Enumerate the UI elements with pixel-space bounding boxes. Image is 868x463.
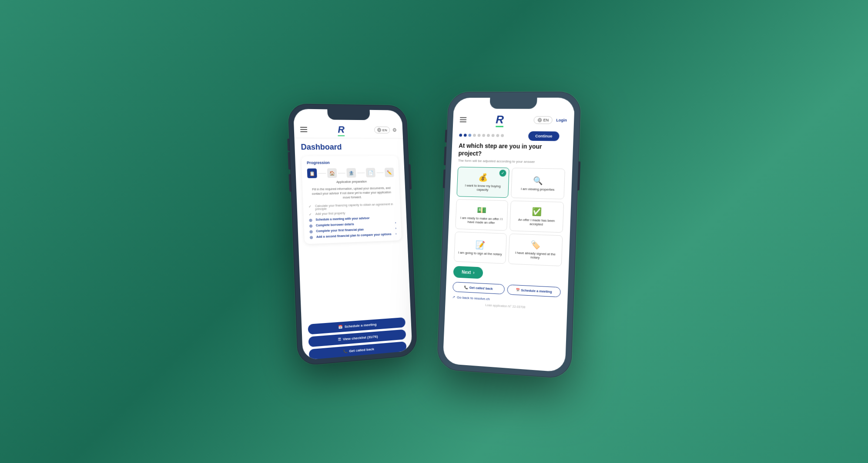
mute-button [287, 138, 289, 150]
checklist-text-6: Add a second financial plan to compare y… [316, 233, 391, 238]
step-line-1 [318, 173, 326, 173]
option-make-offer[interactable]: 💵 I am ready to make an offer / I have m… [455, 199, 508, 231]
buying-capacity-label: I want to know my buying capacity [460, 183, 505, 193]
checklist-items: ✓ Calculate your financing capacity to o… [308, 203, 396, 240]
settings-icon-left[interactable]: ⚙ [392, 127, 397, 133]
checklist-item-3: ◎ Schedule a meeting with your advisor [309, 216, 396, 222]
phone-icon-left: 📞 [343, 349, 347, 353]
calendar-icon: 📅 [338, 325, 342, 329]
next-chevron-icon: › [473, 270, 474, 275]
view-checklist-label: View checklist (31/76) [342, 334, 378, 341]
calendar-icon-right: 📅 [516, 288, 519, 292]
checklist-item-4[interactable]: ◎ Complete borrower details › [309, 221, 396, 228]
notch-left [327, 109, 370, 120]
get-called-back-label-right: Get called back [469, 286, 493, 291]
app-header-left: R EN ⚙ [294, 121, 403, 138]
option-offer-accepted[interactable]: ✅ An offer I made has been accepted [509, 200, 564, 233]
get-called-back-button-right[interactable]: 📞 Get called back [452, 282, 505, 294]
action-buttons-left: 📅 Schedule a meeting ☰ View checklist (3… [302, 316, 412, 360]
going-to-sign-label: I am going to sign at the notary [458, 250, 502, 256]
checklist-text-1: Calculate your financing capacity to obt… [315, 203, 395, 211]
step-line-2 [338, 173, 345, 173]
step-4: 📄 [365, 168, 375, 177]
dashboard-title: Dashboard [301, 143, 398, 152]
offer-accepted-icon: ✅ [532, 207, 542, 217]
screen-content-right: R EN Login [442, 97, 575, 372]
dot-7 [486, 134, 489, 137]
step-1: 📋 [307, 168, 317, 178]
radio-icon-5: ◎ [309, 230, 314, 233]
make-offer-icon: 💵 [476, 205, 486, 214]
option-buying-capacity[interactable]: 💰 I want to know my buying capacity [456, 167, 509, 198]
resolve-link-label: Go back to resolve.ch [456, 295, 489, 301]
dot-9 [496, 134, 499, 137]
offer-accepted-label: An offer I made has been accepted [513, 217, 559, 227]
volume-down-right [442, 169, 445, 188]
option-viewing-properties[interactable]: 🔍 I am viewing properties [511, 168, 565, 200]
checklist-item-1: ✓ Calculate your financing capacity to o… [308, 203, 395, 211]
phone-frame-left: R EN ⚙ [288, 103, 417, 366]
phone-left: R EN ⚙ [288, 103, 417, 366]
bottom-actions: 📞 Get called back 📅 Schedule a meeting [452, 282, 561, 297]
phone-screen-left: R EN ⚙ [293, 109, 412, 360]
language-button-left[interactable]: EN [374, 127, 390, 133]
step-description: Fill in the required information, upload… [308, 186, 395, 200]
step-line-3 [357, 172, 364, 173]
header-actions-right: EN Login [533, 116, 567, 123]
next-button[interactable]: Next › [453, 266, 483, 279]
buying-capacity-icon: 💰 [478, 172, 488, 182]
checklist-text-2: Add your first property [315, 211, 345, 215]
viewing-properties-icon: 🔍 [533, 176, 543, 185]
check-icon-1: ✓ [308, 204, 312, 208]
continue-button[interactable]: Continue [528, 131, 559, 141]
screen-content-left: R EN ⚙ [293, 109, 412, 360]
lang-label-right: EN [543, 117, 549, 122]
step-2: 🏠 [327, 168, 337, 177]
schedule-meeting-label: Schedule a meeting [344, 322, 376, 329]
logo-left: R [337, 124, 345, 135]
app-header-right: R EN Login [452, 110, 574, 129]
language-button-right[interactable]: EN [533, 116, 553, 123]
resolve-link[interactable]: ↗ Go back to resolve.ch [452, 295, 489, 301]
phone-frame-right: R EN Login [436, 91, 581, 379]
power-button-right [577, 161, 580, 190]
already-signed-icon: 🏷️ [530, 240, 540, 250]
globe-icon-right [537, 117, 542, 122]
radio-icon-6: ◎ [309, 235, 314, 240]
progression-card: Progression 📋 🏠 🏦 📄 [301, 156, 402, 244]
phone-screen-right: R EN Login [442, 97, 575, 372]
svg-point-0 [377, 128, 381, 131]
already-signed-label: I have already signed at the notary [512, 250, 558, 261]
login-button[interactable]: Login [556, 117, 567, 122]
phones-container: R EN ⚙ [293, 90, 576, 373]
checklist-item-2: ✓ Add your first property [308, 210, 395, 217]
dot-5 [477, 133, 480, 137]
power-button [409, 164, 411, 189]
make-offer-label: I am ready to make an offer / I have mad… [459, 216, 503, 226]
going-to-sign-icon: 📝 [475, 240, 485, 250]
mute-button-right [445, 130, 447, 142]
schedule-meeting-button-right[interactable]: 📅 Schedule a meeting [507, 284, 561, 297]
option-going-to-sign[interactable]: 📝 I am going to sign at the notary [453, 232, 506, 264]
phone-icon-right: 📞 [464, 285, 468, 289]
checklist-icon: ☰ [338, 337, 341, 342]
page-content-left: Dashboard Progression 📋 🏠 🏦 [294, 138, 410, 320]
header-right: EN ⚙ [374, 127, 397, 133]
logo-right: R [495, 113, 504, 127]
schedule-meeting-label-right: Schedule a meeting [521, 288, 552, 294]
step-5: ✏️ [384, 167, 394, 177]
chevron-icon-4: › [395, 221, 396, 224]
option-already-signed[interactable]: 🏷️ I have already signed at the notary [508, 233, 563, 266]
notch-right [489, 97, 537, 109]
volume-down-button [288, 174, 291, 192]
page-question: At which step are you in your project? [458, 141, 566, 158]
menu-icon-right[interactable] [459, 117, 466, 122]
checklist-text-3: Schedule a meeting with your advisor [315, 217, 369, 221]
globe-icon-left [377, 128, 381, 132]
menu-icon[interactable] [300, 127, 307, 132]
progress-steps: 📋 🏠 🏦 📄 ✏️ [307, 167, 394, 178]
step-3: 🏦 [346, 168, 356, 177]
checklist-text-5: Complete your first financial plan [316, 228, 364, 233]
dot-6 [482, 133, 485, 137]
chevron-icon-5: › [395, 227, 396, 230]
